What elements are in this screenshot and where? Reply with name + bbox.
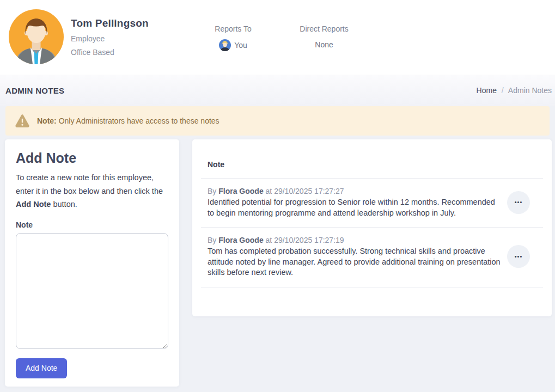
note-timestamp: 29/10/2025 17:27:27 [274, 187, 344, 195]
breadcrumb-current: Admin Notes [508, 86, 552, 95]
add-note-heading: Add Note [16, 151, 168, 166]
direct-reports-section: Direct Reports None [297, 24, 351, 49]
page-title: ADMIN NOTES [5, 86, 64, 95]
note-actions-button[interactable]: ••• [507, 191, 530, 214]
employee-name: Tom Pellingson [71, 17, 149, 29]
note-at-label: at [266, 187, 272, 195]
admin-notes-alert: Note: Only Administrators have access to… [5, 106, 550, 136]
main-content: Add Note To create a new note for this e… [5, 139, 552, 387]
alert-message: Only Administrators have access to these… [59, 117, 219, 125]
note-row: By Flora Goode at 29/10/2025 17:27:19 To… [201, 227, 543, 287]
breadcrumb: Home / Admin Notes [477, 86, 552, 95]
reports-to-value[interactable]: You [234, 41, 247, 50]
note-by-label: By [208, 187, 216, 195]
employee-role: Employee [71, 34, 149, 43]
note-by-label: By [208, 236, 216, 244]
note-text: Tom has completed probation successfully… [208, 246, 502, 278]
reports-to-section: Reports To You [209, 24, 258, 51]
alert-bold: Note: [37, 117, 57, 125]
add-note-panel: Add Note To create a new note for this e… [5, 139, 179, 387]
employee-location: Office Based [71, 48, 149, 57]
description-pre: To create a new note for this employee, … [16, 173, 163, 195]
note-row: By Flora Goode at 29/10/2025 17:27:27 Id… [201, 178, 543, 227]
note-author: Flora Goode [218, 236, 263, 244]
note-timestamp: 29/10/2025 17:27:19 [274, 236, 344, 244]
reports-to-label: Reports To [209, 24, 258, 33]
note-meta: By Flora Goode at 29/10/2025 17:27:19 [208, 235, 507, 246]
note-textarea[interactable] [16, 233, 168, 349]
add-note-button[interactable]: Add Note [16, 358, 67, 378]
breadcrumb-separator: / [502, 86, 504, 95]
notes-list-panel: Note By Flora Goode at 29/10/2025 17:27:… [192, 139, 552, 316]
employee-profile-header: Tom Pellingson Employee Office Based Rep… [0, 0, 555, 75]
note-actions-button[interactable]: ••• [507, 245, 530, 268]
note-at-label: at [266, 236, 272, 244]
direct-reports-label: Direct Reports [297, 24, 351, 33]
notes-column-header: Note [201, 152, 543, 178]
page-titlebar: ADMIN NOTES Home / Admin Notes [0, 75, 555, 106]
employee-avatar [9, 9, 64, 64]
note-meta: By Flora Goode at 29/10/2025 17:27:27 [208, 186, 507, 197]
note-text: Identified potential for progression to … [208, 197, 502, 218]
add-note-description: To create a new note for this employee, … [16, 171, 168, 211]
ellipsis-icon: ••• [515, 199, 523, 205]
note-body: By Flora Goode at 29/10/2025 17:27:19 To… [208, 235, 507, 278]
employee-info: Tom Pellingson Employee Office Based [71, 17, 149, 57]
description-bold: Add Note [16, 200, 51, 209]
notes-bottom-divider [201, 287, 543, 287]
description-post: button. [51, 200, 77, 209]
direct-reports-value: None [297, 40, 351, 49]
note-body: By Flora Goode at 29/10/2025 17:27:27 Id… [208, 186, 507, 218]
breadcrumb-home-link[interactable]: Home [477, 86, 497, 95]
manager-avatar[interactable] [219, 39, 231, 51]
note-author: Flora Goode [218, 187, 263, 195]
warning-icon [15, 114, 29, 127]
note-field-label: Note [16, 220, 168, 230]
ellipsis-icon: ••• [515, 254, 523, 260]
alert-text: Note: Only Administrators have access to… [37, 117, 219, 125]
